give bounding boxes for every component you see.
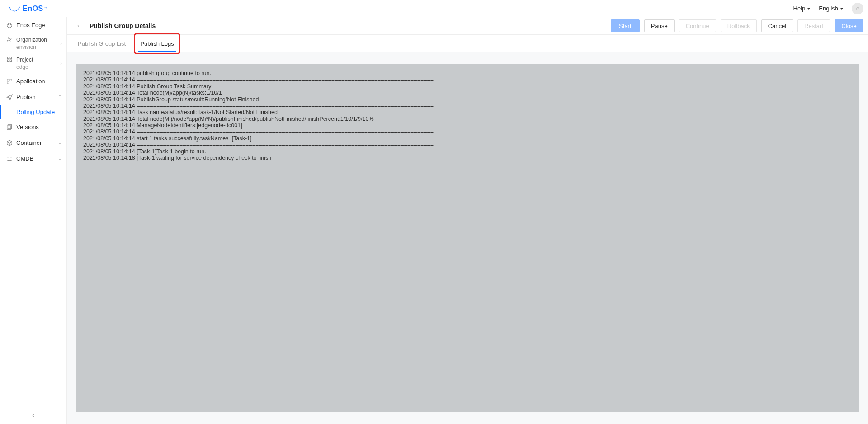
sidebar-organization[interactable]: Organization envision › bbox=[0, 33, 66, 53]
svg-rect-5 bbox=[7, 60, 9, 62]
tab-publish-group-list[interactable]: Publish Group List bbox=[76, 35, 127, 52]
back-arrow-icon[interactable]: ← bbox=[76, 22, 83, 30]
sidebar-item-label: Versions bbox=[16, 124, 39, 130]
sidebar-item-label: Container bbox=[16, 139, 42, 146]
language-label: English bbox=[819, 5, 838, 12]
sidebar-product[interactable]: Enos Edge bbox=[0, 17, 66, 33]
cancel-button[interactable]: Cancel bbox=[761, 19, 793, 32]
chevron-down-icon: ⌄ bbox=[58, 156, 62, 162]
sidebar-item-rolling-update[interactable]: Rolling Update bbox=[0, 105, 66, 119]
layout: Enos Edge Organization envision › Projec… bbox=[0, 17, 868, 424]
chevron-right-icon: › bbox=[60, 41, 62, 46]
product-icon bbox=[6, 22, 13, 29]
sidebar-item-publish[interactable]: Publish ⌃ bbox=[0, 89, 66, 105]
sidebar-item-container[interactable]: Container ⌄ bbox=[0, 135, 66, 151]
chevron-down-icon: ⌄ bbox=[58, 140, 62, 146]
close-button[interactable]: Close bbox=[835, 19, 863, 32]
log-output[interactable]: 2021/08/05 10:14:14 publish group contin… bbox=[76, 64, 859, 412]
project-value: edge bbox=[16, 63, 33, 71]
main-content: ← Publish Group Details Start Pause Cont… bbox=[67, 17, 868, 424]
main-header-left: ← Publish Group Details bbox=[76, 22, 156, 30]
svg-rect-8 bbox=[10, 79, 12, 81]
tabs-row: Publish Group List Publish Logs bbox=[67, 35, 868, 52]
svg-point-0 bbox=[7, 23, 12, 28]
avatar-initial: e bbox=[856, 5, 859, 12]
pause-button[interactable]: Pause bbox=[644, 19, 675, 32]
caret-down-icon bbox=[840, 8, 844, 10]
caret-down-icon bbox=[807, 8, 811, 10]
versions-icon bbox=[6, 124, 13, 130]
language-dropdown[interactable]: English bbox=[819, 5, 844, 12]
svg-rect-4 bbox=[10, 57, 12, 58]
svg-rect-3 bbox=[7, 57, 9, 58]
organization-label: Organization bbox=[16, 36, 47, 43]
restart-button: Restart bbox=[797, 19, 830, 32]
sidebar-product-label: Enos Edge bbox=[16, 22, 45, 29]
rollback-button: Rollback bbox=[721, 19, 757, 32]
sidebar-collapse[interactable]: ‹ bbox=[0, 406, 66, 424]
organization-value: envision bbox=[16, 43, 47, 51]
organization-icon bbox=[6, 36, 13, 43]
main-header: ← Publish Group Details Start Pause Cont… bbox=[67, 17, 868, 35]
publish-icon bbox=[6, 94, 13, 100]
sidebar-item-label: Publish bbox=[16, 94, 36, 100]
log-area: 2021/08/05 10:14:14 publish group contin… bbox=[67, 52, 868, 424]
help-dropdown[interactable]: Help bbox=[793, 5, 811, 12]
sidebar-item-cmdb[interactable]: CMDB ⌄ bbox=[0, 151, 66, 167]
sidebar-item-application[interactable]: Application bbox=[0, 73, 66, 89]
sidebar-project[interactable]: Project edge › bbox=[0, 53, 66, 73]
project-icon bbox=[6, 56, 13, 62]
sidebar-item-label: Application bbox=[16, 78, 45, 85]
svg-rect-6 bbox=[10, 60, 12, 62]
cmdb-icon bbox=[6, 156, 13, 162]
chevron-left-icon: ‹ bbox=[32, 412, 34, 419]
svg-rect-7 bbox=[7, 79, 9, 81]
start-button[interactable]: Start bbox=[611, 19, 640, 32]
sidebar-organization-text: Organization envision bbox=[16, 36, 47, 51]
container-icon bbox=[6, 140, 13, 146]
svg-rect-9 bbox=[7, 82, 9, 84]
help-label: Help bbox=[793, 5, 806, 12]
tab-publish-logs[interactable]: Publish Logs bbox=[138, 35, 175, 52]
chevron-right-icon: › bbox=[60, 61, 62, 66]
sidebar-project-text: Project edge bbox=[16, 56, 33, 71]
sidebar-item-label: Rolling Update bbox=[16, 109, 55, 115]
brand-name: EnOS bbox=[23, 5, 43, 13]
sidebar-item-label: CMDB bbox=[16, 155, 33, 162]
page-title: Publish Group Details bbox=[90, 22, 156, 29]
tabs-wrap: Publish Group List Publish Logs bbox=[67, 35, 868, 52]
brand-icon bbox=[8, 5, 21, 13]
action-buttons: Start Pause Continue Rollback Cancel Res… bbox=[611, 19, 863, 32]
brand-logo[interactable]: EnOS™ bbox=[8, 5, 48, 13]
brand-trademark: ™ bbox=[44, 6, 48, 10]
sidebar-item-versions[interactable]: Versions bbox=[0, 119, 66, 135]
sidebar: Enos Edge Organization envision › Projec… bbox=[0, 17, 67, 424]
chevron-up-icon: ⌃ bbox=[58, 94, 62, 100]
avatar[interactable]: e bbox=[852, 3, 863, 14]
continue-button: Continue bbox=[679, 19, 716, 32]
project-label: Project bbox=[16, 56, 33, 63]
svg-point-2 bbox=[10, 38, 11, 39]
application-icon bbox=[6, 78, 13, 85]
top-bar-right: Help English e bbox=[793, 3, 863, 14]
svg-point-1 bbox=[8, 38, 10, 39]
top-bar: EnOS™ Help English e bbox=[0, 0, 868, 17]
